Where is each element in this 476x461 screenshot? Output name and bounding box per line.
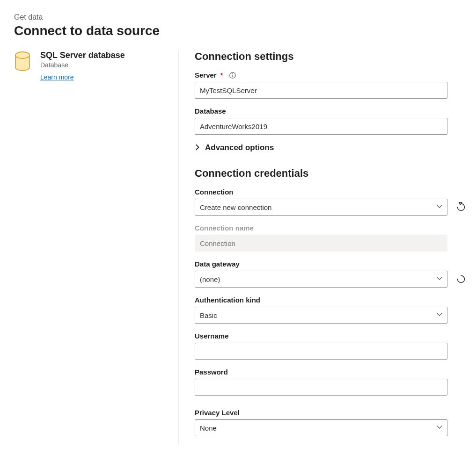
data-gateway-select[interactable]: (none) — [195, 271, 447, 288]
password-label: Password — [195, 368, 469, 376]
learn-more-link[interactable]: Learn more — [40, 73, 74, 81]
breadcrumb: Get data — [14, 13, 476, 22]
database-input[interactable] — [195, 118, 447, 135]
password-input[interactable] — [195, 379, 447, 396]
source-title: SQL Server database — [40, 50, 125, 60]
refresh-connection-button[interactable] — [456, 202, 466, 212]
svg-point-2 — [232, 73, 233, 74]
source-subtitle: Database — [40, 61, 125, 69]
page-title: Connect to data source — [14, 23, 476, 38]
auth-kind-select[interactable]: Basic — [195, 307, 447, 324]
connection-name-input — [195, 235, 447, 252]
auth-kind-label: Authentication kind — [195, 296, 469, 304]
required-indicator: * — [220, 71, 223, 79]
refresh-gateway-button[interactable] — [456, 274, 466, 284]
database-label: Database — [195, 107, 469, 115]
advanced-options-label: Advanced options — [205, 143, 274, 152]
server-label-text: Server — [195, 71, 217, 79]
server-label: Server * — [195, 71, 469, 79]
info-icon[interactable] — [229, 72, 236, 79]
refresh-icon — [456, 202, 466, 212]
connection-select[interactable]: Create new connection — [195, 199, 447, 216]
svg-rect-3 — [232, 74, 233, 76]
data-gateway-label: Data gateway — [195, 260, 469, 268]
source-panel: SQL Server database Database Learn more — [14, 50, 179, 445]
credentials-heading: Connection credentials — [195, 167, 469, 180]
chevron-right-icon — [195, 144, 201, 151]
username-label: Username — [195, 332, 469, 340]
settings-heading: Connection settings — [195, 50, 469, 63]
advanced-options-toggle[interactable]: Advanced options — [195, 143, 274, 152]
refresh-icon — [456, 274, 466, 284]
server-input[interactable] — [195, 82, 447, 99]
privacy-level-label: Privacy Level — [195, 409, 469, 417]
connection-label: Connection — [195, 188, 469, 196]
username-input[interactable] — [195, 343, 447, 360]
privacy-level-select[interactable]: None — [195, 419, 447, 436]
connection-name-label: Connection name — [195, 224, 469, 232]
database-icon — [14, 50, 33, 445]
